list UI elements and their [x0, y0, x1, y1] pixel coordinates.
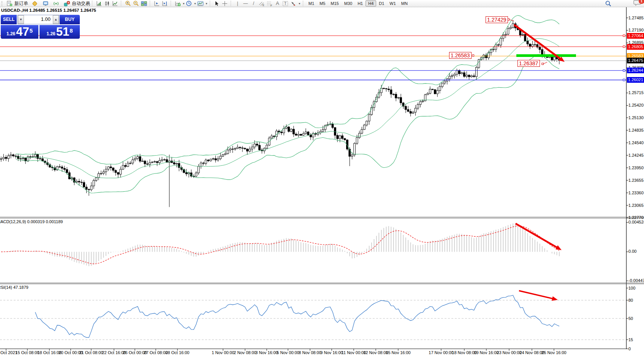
tf-button-M15[interactable]: M15: [328, 0, 341, 6]
crosshair-button[interactable]: [221, 0, 228, 6]
text-label-tool-button[interactable]: T: [282, 0, 289, 6]
tf-button-MN[interactable]: MN: [399, 0, 410, 6]
tf-button-H1[interactable]: H1: [355, 0, 366, 6]
volume-decrease-button[interactable]: ▼: [18, 15, 24, 24]
sell-button[interactable]: SELL: [1, 15, 17, 24]
macd-axis-max-label: 0.004524: [628, 220, 644, 224]
clock-dropdown-arrow[interactable]: ▼: [194, 2, 196, 5]
volume-input[interactable]: 1.00: [24, 15, 53, 24]
rsi-axis-label: 0: [628, 347, 631, 351]
buy-price-sup: 8: [70, 25, 73, 36]
text-tool-button[interactable]: A: [274, 0, 281, 6]
macd-axis-min-label: -0.00447: [628, 278, 644, 283]
time-axis-label: 15 Oct 08:00: [16, 350, 40, 355]
new-order-label[interactable]: 新订单: [14, 0, 28, 7]
price-annotation-low[interactable]: 1.26387: [517, 60, 540, 67]
trendline-tool-button[interactable]: /: [250, 0, 257, 6]
price-badge: 1.27064: [627, 33, 644, 39]
price-axis-label: 1.24245: [628, 153, 644, 158]
time-axis-label: 23 Nov 00:00: [497, 350, 521, 355]
time-axis-label: 15 Nov 16:00: [386, 350, 410, 355]
toolbar-separator: [92, 1, 93, 6]
time-axis-label: 18 Oct 16:00: [38, 350, 62, 355]
price-badge: 1.26805: [627, 44, 644, 50]
buy-price-display[interactable]: 1.26 51 8: [40, 25, 80, 39]
price-axis-label: 1.25715: [628, 90, 644, 95]
buy-button[interactable]: BUY: [60, 15, 80, 24]
timeframes-clock-button[interactable]: [185, 0, 193, 6]
time-axis-label: 9 Nov 16:00: [320, 350, 343, 355]
time-axis-label: 12 Nov 08:00: [363, 350, 388, 355]
vertical-line-tool-button[interactable]: |: [234, 0, 241, 6]
notifications-button[interactable]: 1: [633, 0, 642, 7]
timeframe-group: M1M5M15M30H1H4D1W1MN: [306, 0, 410, 6]
cursor-button[interactable]: [213, 0, 220, 6]
price-annotation-high[interactable]: 1.27429: [486, 16, 508, 23]
zoom-in-button[interactable]: [124, 0, 131, 6]
one-click-trading-panel: SELL ▼ 1.00 ▲ BUY 1.26 47 5 1.26 51 8: [1, 15, 80, 39]
templates-button[interactable]: [197, 0, 204, 6]
arrows-dropdown-arrow[interactable]: ▼: [298, 2, 301, 5]
rsi-indicator-label: RSI(14) 47.1879: [0, 285, 28, 290]
rsi-axis-label: 100: [628, 286, 635, 290]
time-axis-label: 27 Oct 08:00: [144, 350, 168, 355]
toolbar-right-group: 1: [604, 0, 642, 7]
tf-button-M5[interactable]: M5: [317, 0, 328, 6]
price-axis-label: 1.23065: [628, 203, 644, 208]
tf-button-M1[interactable]: M1: [306, 0, 317, 6]
volume-increase-button[interactable]: ▲: [53, 15, 59, 24]
search-icon[interactable]: [604, 0, 612, 6]
toolbar-separator: [150, 1, 151, 6]
templates-dropdown-arrow[interactable]: ▼: [205, 2, 208, 5]
tile-windows-button[interactable]: [140, 0, 147, 6]
autotrading-label[interactable]: 自动交易: [72, 0, 90, 7]
new-order-button[interactable]: [6, 0, 13, 6]
volume-control: ▼ 1.00 ▲: [17, 15, 59, 24]
sell-price-display[interactable]: 1.26 47 5: [1, 25, 38, 39]
tf-button-W1[interactable]: W1: [387, 0, 399, 6]
bar-chart-button[interactable]: [95, 0, 103, 6]
indicators-button[interactable]: [174, 0, 181, 6]
tf-button-M30[interactable]: M30: [342, 0, 355, 6]
time-axis-label: 18 Nov 08:00: [452, 350, 476, 355]
candlestick-chart-button[interactable]: [103, 0, 111, 6]
signals-icon[interactable]: [52, 0, 60, 6]
toolbar-separator: [231, 1, 232, 6]
fibonacci-tool-button[interactable]: F: [266, 0, 273, 6]
indicators-dropdown-arrow[interactable]: ▼: [182, 2, 185, 5]
price-annotation-support[interactable]: 1.26583: [449, 52, 472, 59]
chart-title: USDCAD-,H4 1.26485 1.26515 1.26457 1.264…: [1, 8, 96, 13]
svg-text:E: E: [263, 4, 264, 6]
time-axis-label: 28 Oct 16:00: [166, 350, 190, 355]
line-chart-button[interactable]: [111, 0, 119, 6]
quotes-icon[interactable]: [31, 0, 38, 6]
horizontal-line-tool-button[interactable]: —: [242, 0, 249, 6]
price-axis-label: 1.24540: [628, 140, 644, 145]
macd-indicator-label: MACD(12,26,9) 0.000319 0.001189: [0, 219, 63, 224]
sell-price-small: 1.26: [6, 30, 15, 37]
toolbar-separator: [303, 1, 304, 6]
tf-button-D1[interactable]: D1: [376, 0, 387, 6]
time-axis-label: 11 Nov 00:00: [342, 350, 366, 355]
equidistant-channel-tool-button[interactable]: E: [258, 0, 265, 6]
sell-price-sup: 5: [30, 25, 33, 36]
price-axis-label: 1.24835: [628, 128, 644, 132]
sell-price-big: 47: [16, 27, 29, 37]
chart-shift-button[interactable]: [161, 0, 168, 6]
autotrading-button[interactable]: [63, 0, 70, 6]
toolbar-separator: [210, 1, 211, 6]
price-axis-label: 1.23950: [628, 165, 644, 170]
price-badge: 1.26475: [627, 58, 644, 63]
zoom-out-button[interactable]: [132, 0, 139, 6]
price-axis-label: 1.23360: [628, 191, 644, 195]
chart-canvas[interactable]: [0, 0, 644, 356]
price-axis-label: 1.22770: [628, 215, 644, 220]
tf-button-H4[interactable]: H4: [366, 0, 376, 6]
data-window-icon[interactable]: [42, 0, 49, 6]
time-axis-label: 3 Nov 16:00: [255, 350, 278, 355]
time-axis-label: 2 Nov 08:00: [234, 350, 256, 355]
toolbar-separator: [171, 1, 172, 6]
arrows-tool-button[interactable]: [290, 0, 297, 6]
autoscroll-button[interactable]: [153, 0, 160, 6]
toolbar-separator: [121, 1, 122, 6]
